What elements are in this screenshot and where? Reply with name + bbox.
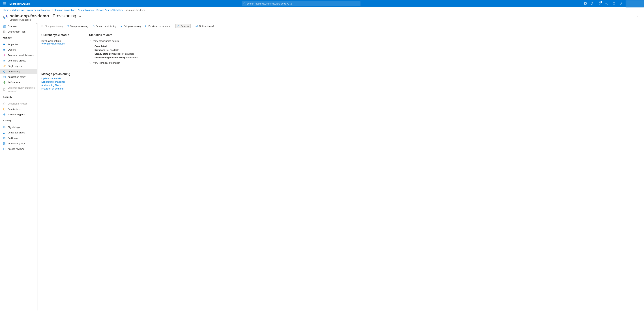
nav-separator: [3, 100, 34, 100]
svg-point-22: [5, 77, 5, 77]
svg-point-17: [4, 60, 5, 61]
nav-label: Self-service: [8, 81, 20, 84]
svg-point-18: [4, 65, 6, 66]
svg-rect-1: [584, 3, 586, 5]
nav-item-usage-insights[interactable]: Usage & insights: [0, 130, 37, 135]
nav-item-deployment-plan[interactable]: Deployment Plan: [0, 29, 37, 35]
interval-value: 40 minutes: [126, 56, 138, 59]
interval-label: Provisioning interval(fixed):: [94, 56, 126, 59]
provision-on-demand-button[interactable]: Provision on demand: [143, 24, 172, 28]
update-credentials-link[interactable]: Update credentials: [42, 77, 640, 80]
app-icon: [3, 15, 8, 20]
page-title: scim-app-for-demo | Provisioning Enterpr…: [10, 13, 76, 21]
svg-point-20: [4, 77, 4, 77]
edit-provisioning-button[interactable]: Edit provisioning: [118, 24, 142, 28]
nav-item-provisioning[interactable]: Provisioning: [0, 69, 37, 74]
steady-label: Steady state achieved:: [94, 53, 120, 55]
nav-icon: [3, 131, 6, 134]
search-input[interactable]: [247, 2, 359, 5]
nav-item-conditional-access[interactable]: Conditional Access: [0, 101, 37, 107]
person-sync-icon: [145, 25, 147, 27]
nav-item-token-encryption[interactable]: Token encryption: [0, 112, 37, 117]
nav-icon: [3, 137, 6, 140]
cloud-shell-button[interactable]: [582, 0, 589, 7]
nav-item-users-and-groups[interactable]: Users and groups: [0, 58, 37, 64]
nav-item-owners[interactable]: Owners: [0, 47, 37, 53]
title-more-button[interactable]: ···: [78, 15, 81, 18]
nav-label: Access reviews: [8, 147, 24, 151]
nav-item-properties[interactable]: Properties: [0, 42, 37, 47]
directory-button[interactable]: [589, 0, 596, 7]
nav-label: Custom security attributes (preview): [8, 86, 35, 93]
nav-item-access-reviews[interactable]: Access reviews: [0, 146, 37, 152]
nav-item-audit-logs[interactable]: Audit logs: [0, 135, 37, 141]
nav-item-self-service[interactable]: Self-service: [0, 80, 37, 85]
account-block[interactable]: [626, 0, 644, 7]
nav-label: Conditional Access: [8, 102, 28, 105]
view-technical-info-toggle[interactable]: View technical information: [89, 62, 640, 64]
header-icons: 5: [582, 0, 626, 7]
crumb-1[interactable]: Volterra Inc | Enterprise applications: [12, 9, 50, 12]
close-blade-button[interactable]: [636, 13, 641, 18]
side-nav: OverviewDeployment PlanManagePropertiesO…: [0, 23, 37, 310]
help-button[interactable]: [610, 0, 618, 7]
nav-item-roles-and-administrators[interactable]: Roles and administrators: [0, 53, 37, 58]
play-icon: [42, 25, 44, 27]
nav-icon: [3, 126, 6, 129]
notifications-button[interactable]: 5: [596, 0, 603, 7]
view-provisioning-logs-link[interactable]: View provisioning logs: [42, 42, 89, 45]
feedback-icon: [620, 2, 623, 5]
duration-value: Not available: [106, 49, 119, 51]
completed-label: Completed:: [94, 45, 108, 48]
start-provisioning-button[interactable]: Start provisioning: [40, 24, 64, 28]
provision-on-demand-link[interactable]: Provision on demand: [42, 87, 640, 91]
nav-label: Overview: [8, 25, 17, 28]
pencil-icon: [120, 25, 122, 27]
svg-rect-7: [4, 17, 6, 19]
global-search[interactable]: [242, 1, 360, 6]
svg-point-14: [4, 49, 5, 50]
nav-icon: [3, 30, 6, 33]
nav-group-security: Security: [0, 94, 37, 99]
crumb-current: scim-app-for-demo: [126, 9, 145, 12]
nav-label: Deployment Plan: [8, 30, 26, 34]
directory-icon: [591, 2, 594, 5]
nav-item-custom-security-attributes-preview[interactable]: Custom security attributes (preview): [0, 85, 37, 94]
nav-label: Users and groups: [8, 59, 26, 62]
nav-item-single-sign-on[interactable]: Single sign-on: [0, 64, 37, 69]
edit-attribute-mappings-link[interactable]: Edit attribute mappings: [42, 80, 640, 84]
svg-point-15: [4, 55, 5, 55]
nav-icon: [3, 108, 6, 111]
refresh-button[interactable]: Refresh: [176, 24, 191, 28]
menu-button[interactable]: [0, 0, 9, 7]
cloud-shell-icon: [584, 2, 586, 5]
nav-icon: [3, 102, 6, 105]
settings-button[interactable]: [603, 0, 610, 7]
nav-icon: [3, 142, 6, 145]
got-feedback-button[interactable]: Got feedback?: [194, 24, 216, 28]
nav-icon: [3, 76, 6, 79]
feedback-button[interactable]: [618, 0, 625, 7]
svg-point-0: [244, 3, 245, 4]
nav-item-provisioning-logs[interactable]: Provisioning logs: [0, 141, 37, 146]
restart-provisioning-button[interactable]: Restart provisioning: [90, 24, 118, 28]
crumb-3[interactable]: Browse Azure AD Gallery: [96, 9, 123, 12]
page-title-row: scim-app-for-demo | Provisioning Enterpr…: [0, 13, 644, 23]
gear-icon: [605, 2, 608, 5]
nav-item-permissions[interactable]: Permissions: [0, 107, 37, 112]
command-bar: Start provisioning Stop provisioning Res…: [37, 23, 644, 30]
svg-point-31: [196, 25, 198, 27]
collapse-nav-button[interactable]: [36, 23, 37, 25]
nav-separator: [3, 124, 34, 124]
add-scoping-filters-link[interactable]: Add scoping filters: [42, 84, 640, 87]
nav-item-application-proxy[interactable]: Application proxy: [0, 74, 37, 80]
nav-icon: [3, 49, 6, 51]
svg-rect-24: [4, 89, 5, 90]
nav-item-sign-in-logs[interactable]: Sign-in logs: [0, 125, 37, 130]
stop-provisioning-button[interactable]: Stop provisioning: [65, 24, 90, 28]
view-provisioning-details-toggle[interactable]: View provisioning details: [89, 40, 640, 42]
svg-rect-29: [67, 25, 69, 27]
crumb-2[interactable]: Enterprise applications | All applicatio…: [52, 9, 94, 12]
crumb-home[interactable]: Home: [3, 9, 9, 12]
nav-item-overview[interactable]: Overview: [0, 24, 37, 29]
